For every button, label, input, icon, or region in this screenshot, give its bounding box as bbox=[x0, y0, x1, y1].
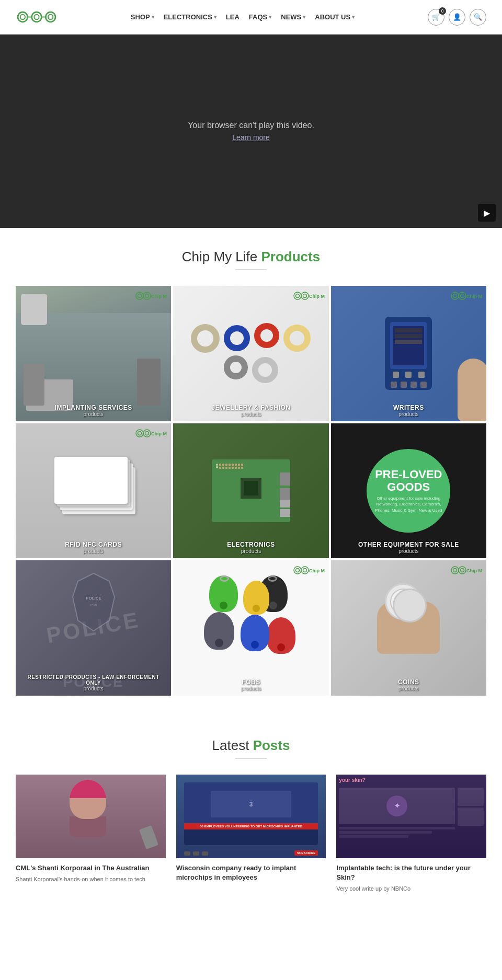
product-card-restricted[interactable]: POLICE POLICE ICMI POLICE RESTRICTED PRO… bbox=[16, 560, 171, 696]
search-icon: 🔍 bbox=[474, 13, 482, 21]
product-card-implanting[interactable]: Chip My Life IMPLANTING SERVICES product… bbox=[16, 286, 171, 421]
main-nav: SHOP ▾ ELECTRONICS ▾ LEA FAQS ▾ NEWS ▾ A… bbox=[0, 0, 502, 34]
user-icon: 👤 bbox=[453, 13, 461, 21]
product-card-jewellery[interactable]: Chip My Life JEWELLERY & FASHION product… bbox=[173, 286, 328, 421]
svg-text:Chip My Life: Chip My Life bbox=[151, 294, 167, 299]
account-button[interactable]: 👤 bbox=[449, 9, 465, 26]
nav-links: SHOP ▾ ELECTRONICS ▾ LEA FAQS ▾ NEWS ▾ A… bbox=[131, 13, 355, 21]
svg-point-1 bbox=[20, 15, 25, 19]
nav-lea[interactable]: LEA bbox=[226, 13, 239, 21]
preloved-circle: PRE-LOVEDGOODS Other equipment for sale … bbox=[367, 449, 450, 533]
post-card-2[interactable]: your skin? ✦ bbox=[336, 775, 486, 893]
card-overlay-fobs: FOBS products bbox=[173, 674, 328, 696]
svg-point-8 bbox=[136, 292, 143, 299]
post-thumbnail-0 bbox=[16, 775, 166, 858]
products-section: Chip My Life Products bbox=[0, 228, 502, 711]
nav-shop[interactable]: SHOP ▾ bbox=[131, 13, 154, 21]
post-thumbnail-1: 3 50 EMPLOYEES VOLUNTEERING TO GET MICRO… bbox=[176, 775, 326, 858]
chip-logo-badge-coins: Chip My Life bbox=[451, 564, 482, 578]
posts-section: Latest Posts CML's Shanti Korpor bbox=[0, 711, 502, 914]
svg-point-32 bbox=[295, 569, 299, 572]
product-card-rfid[interactable]: Chip My Life RFID NFC CARDS products bbox=[16, 423, 171, 559]
search-button[interactable]: 🔍 bbox=[470, 9, 486, 26]
chip-logo-badge-fobs: Chip My Life bbox=[293, 564, 325, 578]
post-title-0: CML's Shanti Korporaal in The Australian bbox=[16, 863, 166, 873]
svg-point-15 bbox=[295, 294, 299, 298]
nav-news[interactable]: NEWS ▾ bbox=[281, 13, 305, 21]
post-thumbnail-2: your skin? ✦ bbox=[336, 775, 486, 858]
svg-text:POLICE: POLICE bbox=[86, 596, 101, 601]
chip-logo-badge-implanting: Chip My Life bbox=[135, 290, 167, 304]
svg-point-31 bbox=[294, 567, 301, 574]
posts-section-title: Latest Posts bbox=[16, 737, 486, 754]
posts-section-divider bbox=[235, 758, 267, 759]
video-message: Your browser can't play this video. Lear… bbox=[188, 121, 314, 142]
svg-point-19 bbox=[451, 292, 459, 299]
nav-about-us[interactable]: ABOUT US ▾ bbox=[315, 13, 355, 21]
logo[interactable] bbox=[16, 5, 58, 29]
svg-point-5 bbox=[48, 15, 53, 19]
svg-text:ICMI: ICMI bbox=[90, 604, 97, 607]
learn-more-link[interactable]: Learn more bbox=[188, 133, 314, 142]
products-section-title: Chip My Life Products bbox=[16, 249, 486, 265]
svg-point-0 bbox=[18, 12, 28, 22]
svg-point-37 bbox=[453, 569, 457, 572]
svg-point-2 bbox=[32, 12, 42, 22]
post-title-1: Wisconsin company ready to implant micro… bbox=[176, 863, 326, 882]
svg-point-16 bbox=[301, 292, 309, 299]
svg-point-34 bbox=[303, 569, 306, 572]
section-divider bbox=[235, 269, 267, 270]
product-card-writers[interactable]: Chip My Life WRITERS products bbox=[331, 286, 486, 421]
product-card-electronics[interactable]: ELECTRONICS products bbox=[173, 423, 328, 559]
post-sub-0: Shanti Korporaal's hands-on when it come… bbox=[16, 875, 166, 883]
cart-button[interactable]: 🛒 0 bbox=[428, 9, 444, 26]
svg-point-22 bbox=[461, 294, 464, 298]
nav-electronics[interactable]: ELECTRONICS ▾ bbox=[164, 13, 216, 21]
svg-point-27 bbox=[145, 431, 149, 435]
svg-point-36 bbox=[451, 567, 459, 574]
play-button[interactable]: ▶ bbox=[478, 204, 496, 222]
faqs-chevron-icon: ▾ bbox=[269, 14, 271, 20]
svg-text:Chip My Life: Chip My Life bbox=[466, 294, 482, 299]
svg-text:Chip My Life: Chip My Life bbox=[466, 568, 482, 573]
card-overlay-coins: COINS products bbox=[331, 674, 486, 696]
chip-logo-badge-jewellery: Chip My Life bbox=[293, 290, 325, 304]
logo-svg bbox=[16, 5, 58, 29]
post-card-0[interactable]: CML's Shanti Korporaal in The Australian… bbox=[16, 775, 166, 893]
svg-text:Chip My Life: Chip My Life bbox=[309, 568, 325, 573]
svg-point-20 bbox=[453, 294, 457, 298]
card-overlay-implanting: IMPLANTING SERVICES products bbox=[16, 400, 171, 421]
card-overlay-preloved: OTHER EQUIPMENT FOR SALE products bbox=[331, 537, 486, 558]
card-overlay-writers: WRITERS products bbox=[331, 400, 486, 421]
svg-point-33 bbox=[301, 567, 309, 574]
product-card-fobs[interactable]: Chip My Life FOBS products bbox=[173, 560, 328, 696]
post-title-2: Implantable tech: is the future under yo… bbox=[336, 863, 486, 882]
shop-chevron-icon: ▾ bbox=[152, 14, 154, 20]
card-overlay-electronics: ELECTRONICS products bbox=[173, 537, 328, 558]
svg-point-38 bbox=[459, 567, 466, 574]
product-card-coins[interactable]: Chip My Life COINS products bbox=[331, 560, 486, 696]
svg-point-25 bbox=[138, 431, 142, 435]
svg-point-11 bbox=[145, 294, 149, 298]
product-card-preloved[interactable]: PRE-LOVEDGOODS Other equipment for sale … bbox=[331, 423, 486, 559]
news-chevron-icon: ▾ bbox=[303, 14, 305, 20]
svg-point-21 bbox=[459, 292, 466, 299]
post-card-1[interactable]: 3 50 EMPLOYEES VOLUNTEERING TO GET MICRO… bbox=[176, 775, 326, 893]
play-icon: ▶ bbox=[484, 208, 490, 218]
svg-point-3 bbox=[34, 15, 39, 19]
post-sub-2: Very cool write up by NBNCo bbox=[336, 885, 486, 893]
svg-point-26 bbox=[143, 430, 151, 437]
about-chevron-icon: ▾ bbox=[352, 14, 355, 20]
products-grid: Chip My Life IMPLANTING SERVICES product… bbox=[16, 286, 486, 696]
chip-logo-badge-writers: Chip My Life bbox=[451, 290, 482, 304]
svg-point-39 bbox=[461, 569, 464, 572]
nav-icons: 🛒 0 👤 🔍 bbox=[428, 9, 486, 26]
hero-section: Your browser can't play this video. Lear… bbox=[0, 34, 502, 228]
nav-faqs[interactable]: FAQS ▾ bbox=[249, 13, 271, 21]
svg-point-4 bbox=[45, 12, 55, 22]
chip-logo-badge-rfid: Chip My Life bbox=[135, 428, 167, 441]
electronics-chevron-icon: ▾ bbox=[214, 14, 216, 20]
posts-grid: CML's Shanti Korporaal in The Australian… bbox=[16, 775, 486, 893]
card-overlay-restricted: RESTRICTED PRODUCTS - LAW ENFORCEMENT ON… bbox=[16, 670, 171, 696]
card-overlay-jewellery: JEWELLERY & FASHION products bbox=[173, 400, 328, 421]
